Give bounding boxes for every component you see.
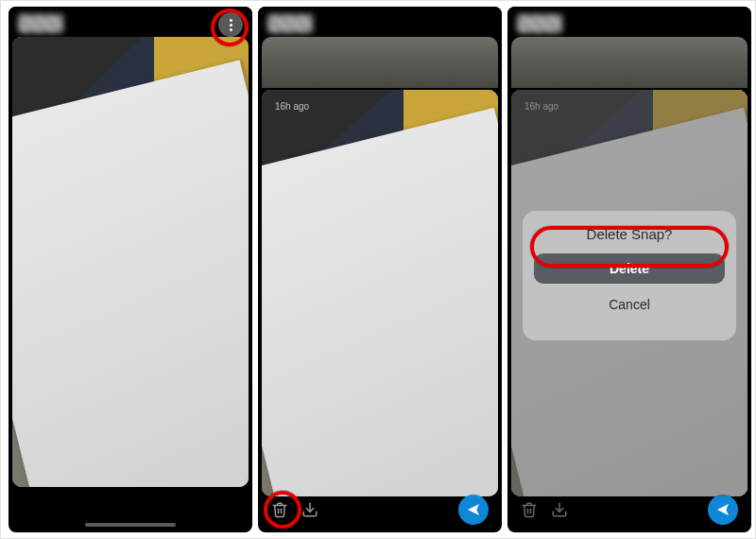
snap-photo-viewport: 16h ago Delete Snap? Delete Cancel: [511, 90, 747, 496]
download-icon[interactable]: [551, 501, 568, 518]
snap-action-bar: [258, 491, 502, 529]
trash-icon[interactable]: [271, 501, 288, 518]
user-avatar-blurred: [267, 14, 313, 33]
send-button[interactable]: [458, 495, 489, 525]
phone-panel-3: 16h ago Delete Snap? Delete Cancel: [507, 7, 751, 532]
snap-header: [507, 7, 751, 37]
snap-header: [258, 7, 502, 37]
delete-dialog: Delete Snap? Delete Cancel: [523, 211, 736, 340]
snap-photo: 16h ago: [262, 90, 498, 496]
trash-icon[interactable]: [521, 501, 538, 518]
snap-action-bar: [507, 491, 751, 529]
user-avatar-blurred: [18, 14, 63, 33]
phone-panel-1: [9, 7, 252, 532]
snap-photo-viewport[interactable]: 16h ago: [262, 90, 498, 496]
snap-photo: [12, 37, 249, 487]
snap-header: [9, 7, 252, 37]
phone-panel-2: 16h ago: [258, 7, 502, 532]
tutorial-composite: 16h ago: [0, 0, 756, 539]
download-icon[interactable]: [301, 501, 318, 518]
dialog-title: Delete Snap?: [534, 226, 725, 242]
preview-topband: [262, 37, 498, 88]
cancel-button[interactable]: Cancel: [534, 289, 725, 320]
send-button[interactable]: [708, 495, 738, 525]
more-options-button[interactable]: [218, 12, 243, 37]
delete-button[interactable]: Delete: [534, 253, 725, 284]
home-indicator: [85, 523, 176, 527]
snap-photo-viewport[interactable]: [12, 37, 249, 487]
snap-timestamp: 16h ago: [275, 101, 309, 112]
preview-topband: [511, 37, 747, 88]
user-avatar-blurred: [517, 14, 562, 33]
